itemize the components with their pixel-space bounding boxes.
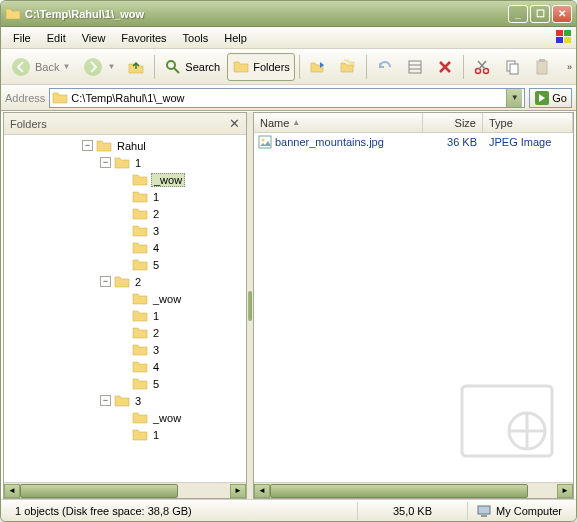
scroll-left-button[interactable]: ◄ — [4, 484, 20, 498]
close-pane-button[interactable]: ✕ — [229, 116, 240, 131]
tree-node[interactable]: _wow — [4, 409, 246, 426]
tree-node[interactable]: 4 — [4, 358, 246, 375]
back-label: Back — [35, 61, 59, 73]
chevron-down-icon: ▼ — [107, 62, 115, 71]
scroll-right-button[interactable]: ► — [557, 484, 573, 498]
file-row[interactable]: banner_mountains.jpg36 KBJPEG Image — [254, 133, 573, 150]
menu-help[interactable]: Help — [216, 30, 255, 46]
address-dropdown[interactable]: ▼ — [506, 89, 522, 107]
list-hscrollbar[interactable]: ◄ ► — [254, 482, 573, 498]
copy-button[interactable] — [498, 53, 526, 81]
tree-node-label: 3 — [151, 225, 161, 237]
expander-blank — [118, 429, 129, 440]
collapse-icon[interactable]: − — [100, 395, 111, 406]
tree-node[interactable]: 4 — [4, 239, 246, 256]
menu-view[interactable]: View — [74, 30, 114, 46]
tree-node-label: _wow — [151, 293, 183, 305]
watermark-icon — [457, 376, 567, 476]
delete-button[interactable] — [431, 53, 459, 81]
tree-node[interactable]: 3 — [4, 341, 246, 358]
column-name[interactable]: Name▲ — [254, 113, 423, 132]
expander-blank — [118, 344, 129, 355]
windows-flag-icon — [554, 28, 574, 46]
scroll-left-button[interactable]: ◄ — [254, 484, 270, 498]
back-icon — [10, 56, 32, 78]
tree-node-label: 4 — [151, 361, 161, 373]
close-button[interactable]: ✕ — [552, 5, 572, 23]
menu-edit[interactable]: Edit — [39, 30, 74, 46]
tree-node[interactable]: −Rahul — [4, 137, 246, 154]
go-button[interactable]: Go — [529, 88, 572, 108]
status-objects: 1 objects (Disk free space: 38,8 GB) — [7, 502, 358, 520]
expander-blank — [118, 191, 129, 202]
collapse-icon[interactable]: − — [100, 157, 111, 168]
folders-pane-header: Folders ✕ — [4, 113, 246, 135]
maximize-button[interactable]: ☐ — [530, 5, 550, 23]
cut-button[interactable] — [468, 53, 496, 81]
tree-node[interactable]: −2 — [4, 273, 246, 290]
svg-rect-1 — [564, 30, 571, 36]
search-button[interactable]: Search — [159, 53, 225, 81]
folders-icon — [232, 58, 250, 76]
undo-button[interactable] — [371, 53, 399, 81]
tree-node-label: 3 — [133, 395, 143, 407]
delete-icon — [436, 58, 454, 76]
tree-node-label: 1 — [151, 310, 161, 322]
up-button[interactable] — [122, 53, 150, 81]
tree-node[interactable]: −3 — [4, 392, 246, 409]
tree-node[interactable]: 5 — [4, 375, 246, 392]
computer-icon — [476, 503, 492, 519]
svg-rect-15 — [539, 59, 545, 62]
folder-icon — [132, 258, 148, 272]
folders-button[interactable]: Folders — [227, 53, 295, 81]
tree-node[interactable]: _wow — [4, 171, 246, 188]
tree-node-label: _wow — [151, 412, 183, 424]
tree-node[interactable]: 2 — [4, 205, 246, 222]
collapse-icon[interactable]: − — [82, 140, 93, 151]
folder-tree[interactable]: −Rahul−1_wow12345−2_wow12345−3_wow1 — [4, 135, 246, 482]
tree-node[interactable]: 2 — [4, 324, 246, 341]
menu-favorites[interactable]: Favorites — [113, 30, 174, 46]
collapse-icon[interactable]: − — [100, 276, 111, 287]
folders-label: Folders — [253, 61, 290, 73]
views-button[interactable] — [401, 53, 429, 81]
status-size: 35,0 KB — [358, 502, 468, 520]
folder-icon — [132, 360, 148, 374]
paste-button[interactable] — [528, 53, 556, 81]
column-type[interactable]: Type — [483, 113, 573, 132]
toolbar-overflow[interactable]: » — [567, 62, 572, 72]
undo-icon — [376, 58, 394, 76]
tree-node[interactable]: 1 — [4, 426, 246, 443]
explorer-window: C:\Temp\Rahul\1\_wow _ ☐ ✕ File Edit Vie… — [0, 0, 577, 522]
tree-node[interactable]: _wow — [4, 290, 246, 307]
move-to-button[interactable] — [304, 53, 332, 81]
column-size[interactable]: Size — [423, 113, 483, 132]
file-name: banner_mountains.jpg — [275, 136, 384, 148]
back-button[interactable]: Back ▼ — [5, 53, 75, 81]
tree-node[interactable]: 5 — [4, 256, 246, 273]
address-input[interactable]: C:\Temp\Rahul\1\_wow ▼ — [49, 88, 525, 108]
folder-icon — [52, 91, 68, 105]
folder-icon — [132, 292, 148, 306]
status-location: My Computer — [468, 502, 570, 520]
tree-hscrollbar[interactable]: ◄ ► — [4, 482, 246, 498]
menu-tools[interactable]: Tools — [175, 30, 217, 46]
menu-file[interactable]: File — [5, 30, 39, 46]
minimize-button[interactable]: _ — [508, 5, 528, 23]
svg-rect-7 — [409, 61, 421, 73]
svg-rect-22 — [481, 515, 487, 517]
tree-node-label: 4 — [151, 242, 161, 254]
tree-node-label: _wow — [151, 173, 185, 187]
tree-node[interactable]: −1 — [4, 154, 246, 171]
file-list-pane: Name▲ Size Type banner_mountains.jpg36 K… — [253, 112, 574, 499]
scroll-right-button[interactable]: ► — [230, 484, 246, 498]
toolbar: Back ▼ ▼ Search Folders » — [1, 49, 576, 85]
titlebar[interactable]: C:\Temp\Rahul\1\_wow _ ☐ ✕ — [1, 1, 576, 27]
tree-node[interactable]: 1 — [4, 188, 246, 205]
folder-icon — [114, 394, 130, 408]
copy-to-button[interactable] — [334, 53, 362, 81]
tree-node[interactable]: 3 — [4, 222, 246, 239]
forward-button[interactable]: ▼ — [77, 53, 120, 81]
file-list[interactable]: banner_mountains.jpg36 KBJPEG Image — [254, 133, 573, 482]
tree-node[interactable]: 1 — [4, 307, 246, 324]
